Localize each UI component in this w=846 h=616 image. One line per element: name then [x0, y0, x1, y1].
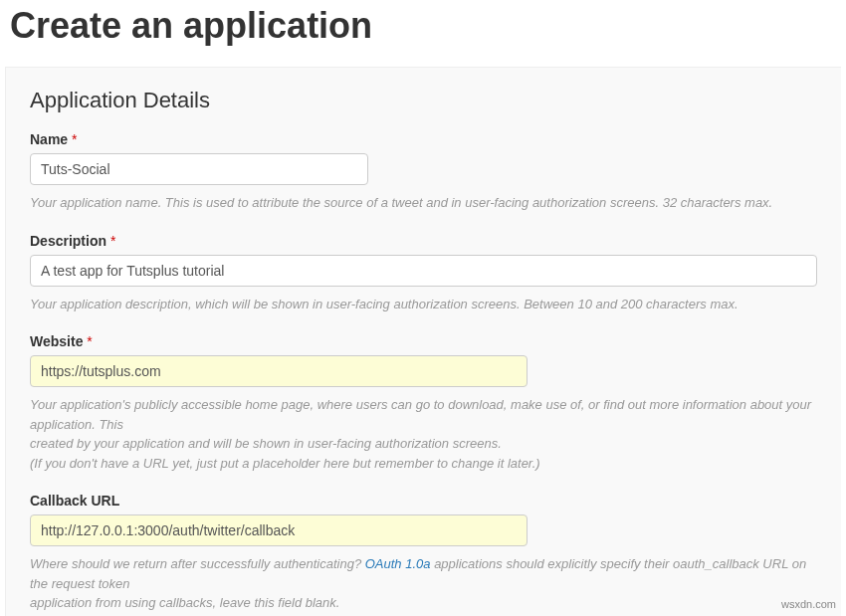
website-field-group: Website * Your application's publicly ac… [30, 333, 817, 473]
description-help: Your application description, which will… [30, 295, 817, 314]
watermark: wsxdn.com [781, 598, 836, 610]
description-field-group: Description * Your application descripti… [30, 233, 817, 314]
website-label: Website * [30, 333, 817, 349]
website-help-line3: (If you don't have a URL yet, just put a… [30, 456, 540, 471]
name-label-text: Name [30, 131, 68, 147]
callback-label: Callback URL [30, 493, 817, 509]
page-title: Create an application [10, 5, 836, 47]
website-help-line1: Your application's publicly accessible h… [30, 397, 811, 432]
description-input[interactable] [30, 255, 817, 287]
callback-input[interactable] [30, 514, 528, 546]
oauth-link[interactable]: OAuth 1.0a [365, 556, 431, 571]
name-help: Your application name. This is used to a… [30, 193, 817, 213]
callback-help-line2: application from using callbacks, leave … [30, 595, 339, 610]
website-help: Your application's publicly accessible h… [30, 395, 817, 473]
callback-field-group: Callback URL Where should we return afte… [30, 493, 817, 613]
required-marker: * [87, 333, 92, 349]
website-label-text: Website [30, 333, 83, 349]
name-label: Name * [30, 131, 817, 147]
description-label-text: Description [30, 233, 106, 249]
name-input[interactable] [30, 153, 368, 185]
callback-label-text: Callback URL [30, 493, 119, 509]
description-label: Description * [30, 233, 817, 249]
callback-help-pre: Where should we return after successfull… [30, 556, 365, 571]
callback-help: Where should we return after successfull… [30, 554, 817, 613]
required-marker: * [72, 131, 77, 147]
website-help-line2: created by your application and will be … [30, 436, 502, 451]
website-input[interactable] [30, 355, 528, 387]
application-details-panel: Application Details Name * Your applicat… [5, 67, 841, 616]
panel-title: Application Details [30, 88, 817, 113]
required-marker: * [110, 233, 115, 249]
name-field-group: Name * Your application name. This is us… [30, 131, 817, 213]
